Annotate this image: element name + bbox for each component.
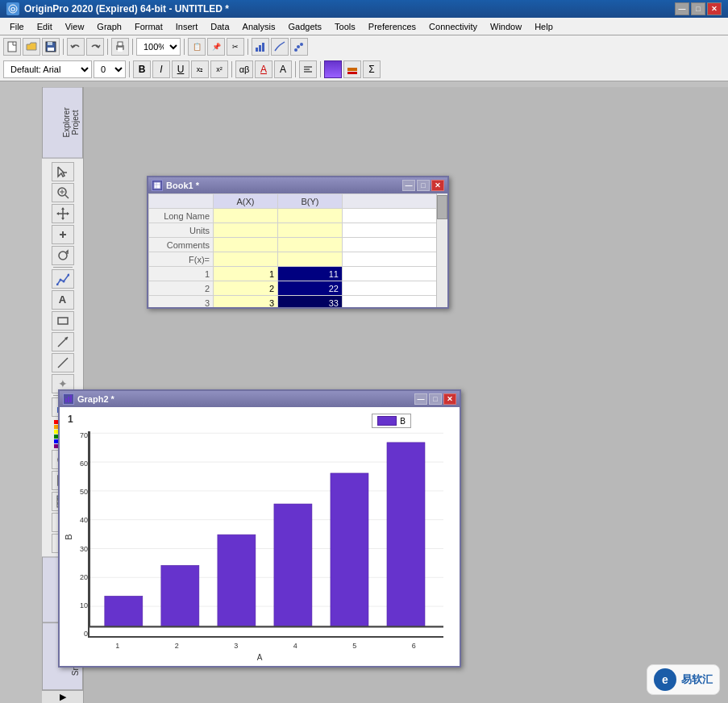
tb-new[interactable]: [3, 38, 21, 56]
tb-paste[interactable]: 📌: [207, 38, 225, 56]
minimize-button[interactable]: —: [675, 2, 689, 15]
menu-window[interactable]: Window: [484, 18, 528, 35]
menu-format[interactable]: Format: [128, 18, 169, 35]
menu-file[interactable]: File: [3, 18, 31, 35]
scroll-thumb[interactable]: [437, 195, 447, 219]
tab-project-explorer[interactable]: Project Explorer: [42, 87, 83, 159]
x-tick-2: 2: [175, 642, 179, 650]
menu-view[interactable]: View: [59, 18, 91, 35]
tb-undo[interactable]: [67, 38, 85, 56]
cell-2-b[interactable]: 22: [278, 281, 343, 296]
tool-rectangle[interactable]: [52, 311, 74, 331]
legend-label-B: B: [400, 417, 406, 426]
tb-italic[interactable]: I: [152, 60, 170, 78]
spreadsheet-maximize[interactable]: □: [417, 180, 430, 191]
tb-bold[interactable]: B: [133, 60, 151, 78]
tb-copy[interactable]: 📋: [188, 38, 206, 56]
menu-help[interactable]: Help: [528, 18, 560, 35]
sep-2: [107, 39, 108, 55]
menu-gadgets[interactable]: Gadgets: [282, 18, 329, 35]
tool-scale[interactable]: [52, 269, 74, 289]
tb-save[interactable]: [42, 38, 60, 56]
menu-analysis[interactable]: Analysis: [236, 18, 282, 35]
cell-3-a[interactable]: 3: [214, 296, 278, 308]
menu-preferences[interactable]: Preferences: [362, 18, 422, 35]
cell-comments-extra: [343, 238, 447, 252]
svg-rect-4: [48, 42, 52, 45]
cell-1-a[interactable]: 1: [214, 267, 278, 281]
title-controls: — □ ✕: [675, 2, 722, 15]
tb-greek[interactable]: αβ: [235, 60, 253, 78]
tool-arrow[interactable]: [52, 162, 74, 181]
tool-text[interactable]: A: [52, 290, 74, 310]
tb-superscript[interactable]: x²: [210, 60, 228, 78]
y-tick-40: 40: [80, 516, 88, 524]
cell-1-b[interactable]: 11: [278, 267, 343, 281]
cell-2-extra: [343, 281, 447, 296]
cell-fx-b[interactable]: [278, 252, 343, 267]
cell-longname-a[interactable]: [214, 209, 278, 223]
cell-2-a[interactable]: 2: [214, 281, 278, 296]
cell-units-b[interactable]: [278, 223, 343, 238]
svg-point-35: [62, 280, 64, 282]
tb-line-color[interactable]: [343, 60, 361, 78]
tb-font-color-A[interactable]: A: [255, 60, 272, 78]
menu-tools[interactable]: Tools: [328, 18, 362, 35]
tool-draw-point[interactable]: [52, 225, 74, 244]
tb-graph-bar[interactable]: [252, 38, 269, 56]
cell-fx-a[interactable]: [214, 252, 278, 267]
tb-graph-scatter[interactable]: [290, 38, 308, 56]
chart-area[interactable]: [88, 431, 443, 638]
tool-arrow-draw[interactable]: [52, 332, 74, 352]
row-fx: F(x)=: [149, 252, 447, 267]
tb-sigma[interactable]: Σ: [363, 60, 381, 78]
tb-redo[interactable]: [86, 38, 104, 56]
tb-graph-line[interactable]: [271, 38, 289, 56]
col-header-ax[interactable]: A(X): [214, 194, 278, 209]
zoom-dropdown[interactable]: 100% 75% 150%: [136, 38, 181, 56]
col-header-by[interactable]: B(Y): [278, 194, 343, 209]
maximize-button[interactable]: □: [691, 2, 705, 15]
spreadsheet-icon: [152, 180, 163, 191]
spreadsheet-close[interactable]: ✕: [431, 180, 444, 191]
panel-toggle[interactable]: ▶: [42, 690, 83, 703]
tb-cut[interactable]: ✂: [227, 38, 244, 56]
graph-maximize[interactable]: □: [429, 393, 442, 405]
tb-print[interactable]: [111, 38, 129, 56]
menu-insert[interactable]: Insert: [169, 18, 205, 35]
tool-rotate[interactable]: [52, 246, 74, 265]
font-dropdown[interactable]: Default: Arial: [3, 60, 92, 78]
menu-graph[interactable]: Graph: [90, 18, 128, 35]
graph-page-number: 1: [68, 414, 73, 425]
menu-data[interactable]: Data: [204, 18, 235, 35]
tool-pan[interactable]: [52, 204, 74, 223]
cell-comments-a[interactable]: [214, 238, 278, 252]
spreadsheet-scrollbar[interactable]: [436, 193, 447, 307]
menu-connectivity[interactable]: Connectivity: [422, 18, 484, 35]
cell-comments-label: Comments: [149, 238, 214, 252]
graph-title: Graph2 *: [77, 394, 114, 404]
cell-3-b[interactable]: 33: [278, 296, 343, 308]
svg-rect-70: [274, 504, 312, 626]
tool-zoom[interactable]: [52, 183, 74, 202]
svg-rect-58: [68, 397, 69, 402]
cell-comments-b[interactable]: [278, 238, 343, 252]
tb-align-left[interactable]: [299, 60, 317, 78]
cell-3-label: 3: [149, 296, 214, 308]
tb-open[interactable]: [23, 38, 40, 56]
menu-edit[interactable]: Edit: [31, 18, 59, 35]
tb-underline[interactable]: U: [172, 60, 189, 78]
tb-fill-color[interactable]: [324, 60, 342, 78]
tool-line[interactable]: [52, 353, 74, 372]
close-button[interactable]: ✕: [707, 2, 722, 15]
cell-units-a[interactable]: [214, 223, 278, 238]
spreadsheet-minimize[interactable]: —: [402, 180, 415, 191]
graph-close[interactable]: ✕: [443, 393, 456, 405]
cell-1-label: 1: [149, 267, 214, 281]
cell-longname-b[interactable]: [278, 209, 343, 223]
tb-subscript[interactable]: x₂: [191, 60, 209, 78]
tb-font-A2[interactable]: A: [274, 60, 292, 78]
svg-rect-9: [256, 48, 258, 52]
graph-minimize[interactable]: —: [414, 393, 427, 405]
fontsize-dropdown[interactable]: 0 8 10 12: [94, 60, 126, 78]
